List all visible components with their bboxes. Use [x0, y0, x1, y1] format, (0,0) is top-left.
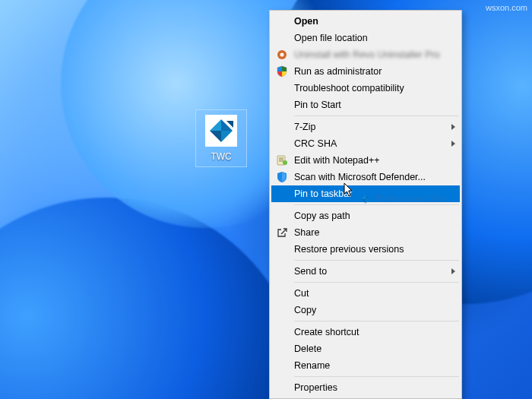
menu-item-run-as-admin[interactable]: Run as administrator [271, 63, 460, 80]
notepadpp-icon [276, 154, 288, 166]
shield-admin-icon [276, 65, 288, 78]
menu-item-cut[interactable]: Cut [271, 285, 460, 302]
menu-item-restore-versions[interactable]: Restore previous versions [271, 241, 460, 258]
menu-item-7zip[interactable]: 7-Zip [271, 119, 460, 135]
context-menu: Open Open file location Uninstall with R… [269, 10, 462, 399]
menu-item-share[interactable]: Share [271, 224, 460, 241]
submenu-arrow-icon [451, 268, 455, 274]
menu-item-create-shortcut[interactable]: Create shortcut [271, 324, 460, 340]
menu-item-open[interactable]: Open [271, 13, 460, 30]
desktop-icon-image [205, 115, 237, 147]
menu-item-properties[interactable]: Properties [271, 379, 460, 396]
desktop-icon-twc[interactable]: TWC [195, 109, 247, 167]
menu-separator [294, 282, 459, 283]
wallpaper-shape [0, 198, 304, 399]
menu-item-pin-to-taskbar[interactable]: Pin to taskbar [271, 185, 460, 202]
svg-point-7 [280, 53, 284, 57]
uninstaller-icon [276, 49, 288, 61]
menu-item-crc-sha[interactable]: CRC SHA [271, 135, 460, 152]
menu-separator [294, 116, 459, 116]
menu-item-delete[interactable]: Delete [271, 340, 460, 357]
menu-item-rename[interactable]: Rename [271, 357, 460, 374]
menu-item-pin-to-start[interactable]: Pin to Start [271, 97, 460, 113]
submenu-arrow-icon [451, 141, 455, 147]
menu-item-troubleshoot[interactable]: Troubleshoot compatibility [271, 80, 460, 97]
svg-point-12 [283, 160, 287, 165]
menu-item-obscured[interactable]: Uninstall with Revo Uninstaller Pro [271, 46, 460, 63]
menu-separator [294, 321, 459, 321]
menu-item-edit-notepadpp[interactable]: Edit with Notepad++ [271, 152, 460, 169]
menu-item-open-file-location[interactable]: Open file location [271, 30, 460, 46]
menu-item-scan-defender[interactable]: Scan with Microsoft Defender... [271, 169, 460, 185]
menu-separator [294, 260, 459, 261]
menu-item-copy[interactable]: Copy [271, 302, 460, 318]
submenu-arrow-icon [451, 124, 455, 130]
share-icon [276, 226, 288, 239]
desktop-icon-label: TWC [211, 151, 231, 162]
menu-separator [294, 204, 459, 205]
menu-separator [294, 376, 459, 377]
desktop[interactable]: wsxon.com TWC Open Open file location Un… [0, 0, 532, 399]
menu-item-send-to[interactable]: Send to [271, 263, 460, 280]
defender-icon [276, 171, 288, 183]
credit-text: wsxon.com [486, 3, 527, 12]
menu-item-copy-as-path[interactable]: Copy as path [271, 207, 460, 224]
